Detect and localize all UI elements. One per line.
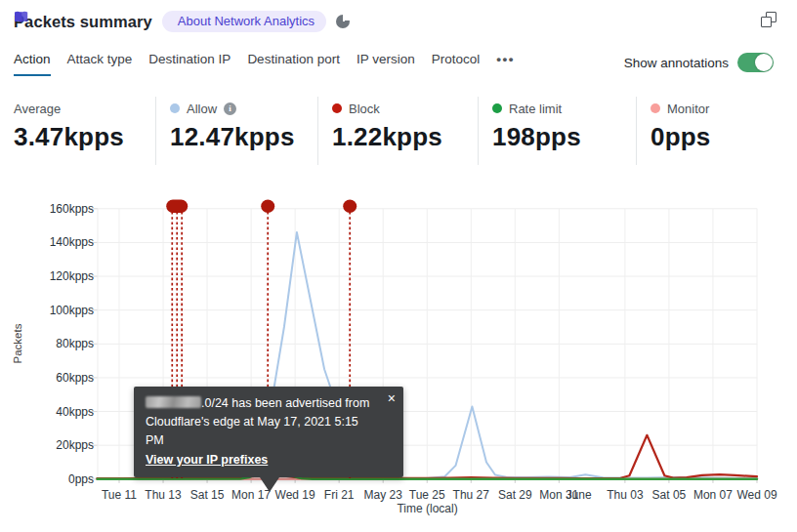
annotation-tooltip: .0/24 has been advertised from Cloudflar… bbox=[134, 387, 403, 477]
y-tick-label: 160kpps bbox=[50, 202, 94, 216]
stat-block: Block 1.22kpps bbox=[317, 97, 478, 165]
about-network-analytics-badge[interactable]: About Network Analytics bbox=[162, 11, 326, 32]
y-tick-label: 120kpps bbox=[50, 269, 94, 283]
badge-label: About Network Analytics bbox=[178, 14, 315, 28]
pie-timer-icon bbox=[336, 15, 350, 28]
x-tick-label: Thu 27 bbox=[453, 488, 490, 502]
x-tick-label: Tue 11 bbox=[102, 488, 137, 502]
y-tick-label: 140kpps bbox=[50, 235, 94, 249]
stat-value: 1.22kpps bbox=[332, 122, 478, 152]
y-tick-label: 40kpps bbox=[56, 405, 94, 419]
tooltip-caret bbox=[260, 477, 279, 492]
x-tick-label: Mon 07 bbox=[693, 488, 733, 502]
annotation-marker[interactable] bbox=[261, 200, 274, 213]
x-month-label: June bbox=[566, 488, 592, 502]
copy-icon[interactable] bbox=[761, 12, 776, 27]
x-tick-label: Thu 03 bbox=[607, 488, 644, 502]
y-tick-label: 80kpps bbox=[56, 337, 94, 350]
allow-legend-dot bbox=[170, 103, 180, 113]
tab-destination-port[interactable]: Destination port bbox=[247, 52, 340, 74]
toggle-knob bbox=[755, 54, 773, 71]
show-annotations-toggle[interactable] bbox=[737, 53, 774, 72]
stat-label: Block bbox=[349, 102, 380, 116]
x-tick-label: Sat 29 bbox=[498, 488, 532, 502]
show-annotations-label: Show annotations bbox=[624, 56, 729, 70]
y-tick-label: 20kpps bbox=[56, 438, 94, 452]
stat-value: 3.47kpps bbox=[14, 122, 155, 152]
annotation-marker[interactable] bbox=[343, 200, 357, 213]
stat-label: Monitor bbox=[667, 102, 709, 116]
view-ip-prefixes-link[interactable]: View your IP prefixes bbox=[146, 451, 268, 470]
y-tick-label: 0pps bbox=[68, 472, 94, 486]
stat-average: Average 3.47kpps bbox=[0, 97, 155, 165]
page-title: Packets summary bbox=[14, 13, 152, 31]
x-tick-label: Tue 25 bbox=[409, 488, 445, 502]
stat-value: 198pps bbox=[492, 122, 636, 152]
annotation-marker-cluster[interactable] bbox=[166, 200, 188, 214]
stat-label: Rate limit bbox=[509, 102, 562, 116]
stat-value: 0pps bbox=[650, 122, 792, 152]
x-tick-label: Sat 05 bbox=[652, 488, 687, 502]
tab-attack-type[interactable]: Attack type bbox=[67, 52, 133, 74]
redacted-ip-prefix bbox=[146, 396, 201, 408]
y-tick-label: 60kpps bbox=[56, 371, 94, 385]
x-tick-label: Wed 19 bbox=[275, 488, 315, 502]
stat-label: Allow bbox=[187, 102, 217, 116]
tab-destination-ip[interactable]: Destination IP bbox=[148, 52, 231, 74]
more-tabs-button[interactable]: ••• bbox=[496, 52, 515, 74]
page-header: Packets summary About Network Analytics bbox=[14, 11, 350, 32]
stat-allow: Allow 12.47kpps bbox=[155, 97, 317, 165]
info-icon[interactable] bbox=[224, 102, 236, 115]
x-axis-title: Time (local) bbox=[397, 502, 457, 515]
stats-row: Average 3.47kpps Allow 12.47kpps Block 1… bbox=[0, 97, 797, 165]
monitor-legend-dot bbox=[650, 103, 660, 113]
block-legend-dot bbox=[332, 103, 342, 113]
tab-ip-version[interactable]: IP version bbox=[357, 52, 415, 74]
tab-protocol[interactable]: Protocol bbox=[432, 52, 481, 74]
x-tick-label: Sat 15 bbox=[190, 488, 225, 502]
tooltip-line2: Cloudflare's edge at May 17, 2021 5:15 P… bbox=[146, 413, 378, 450]
x-tick-label: May 23 bbox=[364, 488, 403, 502]
x-tick-label: Wed 09 bbox=[736, 488, 776, 502]
tooltip-line1: .0/24 has been advertised from bbox=[146, 394, 378, 413]
x-tick-label: Mon 31 bbox=[539, 488, 578, 502]
rate-limit-legend-dot bbox=[492, 103, 502, 113]
dimension-tabs: Action Attack type Destination IP Destin… bbox=[14, 52, 515, 76]
stat-label: Average bbox=[14, 102, 61, 116]
show-annotations-control: Show annotations bbox=[624, 53, 774, 72]
tooltip-close-icon[interactable]: × bbox=[388, 389, 396, 409]
tab-action[interactable]: Action bbox=[14, 52, 51, 76]
x-tick-label: Thu 13 bbox=[145, 488, 182, 502]
stat-value: 12.47kpps bbox=[170, 122, 317, 152]
stat-monitor: Monitor 0pps bbox=[636, 97, 792, 165]
y-axis-title: Packets bbox=[12, 323, 23, 363]
stat-rate-limit: Rate limit 198pps bbox=[478, 97, 636, 165]
y-tick-label: 100kpps bbox=[50, 304, 94, 317]
x-tick-label: Fri 21 bbox=[324, 488, 355, 502]
